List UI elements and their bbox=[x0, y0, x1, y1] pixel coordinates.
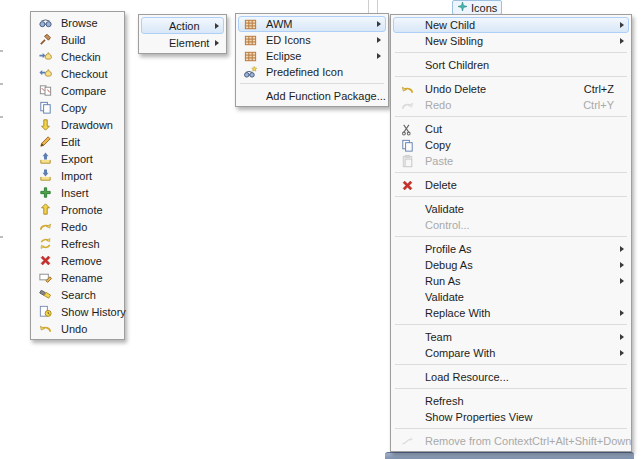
submenu-arrow-icon bbox=[620, 38, 624, 44]
insert-plus-icon bbox=[34, 185, 56, 200]
redo-yellow-icon bbox=[34, 219, 56, 234]
menu-item-run-as[interactable]: Run As bbox=[393, 273, 629, 289]
menu-item-checkin[interactable]: Checkin bbox=[33, 48, 122, 65]
menu-item-add-function-package[interactable]: Add Function Package... bbox=[238, 88, 386, 104]
menu-item-validate[interactable]: Validate bbox=[393, 201, 629, 217]
background-tree-mark bbox=[0, 236, 3, 238]
menu-item-undo-delete[interactable]: Undo DeleteCtrl+Z bbox=[393, 81, 629, 97]
menu-item-build[interactable]: Build bbox=[33, 31, 122, 48]
submenu-arrow-icon bbox=[620, 246, 624, 252]
menu-item-checkout[interactable]: Checkout bbox=[33, 65, 122, 82]
menu-item-shortcut: Ctrl+Alt+Shift+Down bbox=[532, 435, 641, 447]
search-flashlight-icon bbox=[34, 287, 56, 302]
show-history-icon bbox=[34, 304, 56, 319]
menu-item-ed-icons[interactable]: ED Icons bbox=[238, 32, 386, 48]
menu-item-show-history[interactable]: Show History bbox=[33, 303, 122, 320]
menu-separator bbox=[395, 116, 627, 117]
menu-item-label: Debug As bbox=[425, 259, 473, 271]
menu-item-rename[interactable]: Rename bbox=[33, 269, 122, 286]
submenu-arrow-icon bbox=[215, 23, 219, 29]
menu-item-redo[interactable]: RedoCtrl+Y bbox=[393, 97, 629, 113]
menu-item-label: Copy bbox=[425, 139, 451, 151]
remove-x-icon bbox=[34, 253, 56, 268]
menu-item-copy[interactable]: Copy bbox=[33, 99, 122, 116]
menu-item-label: Load Resource... bbox=[425, 371, 509, 383]
menu-item-sort-children[interactable]: Sort Children bbox=[393, 57, 629, 73]
menu-separator bbox=[395, 324, 627, 325]
action-submenu: AWMED IconsEclipsePredefined IconAdd Fun… bbox=[235, 13, 389, 107]
edit-pencil-icon bbox=[34, 134, 56, 149]
menu-item-browse[interactable]: Browse bbox=[33, 14, 122, 31]
menu-item-new-sibling[interactable]: New Sibling bbox=[393, 33, 629, 49]
menu-item-validate[interactable]: Validate bbox=[393, 289, 629, 305]
menu-item-remove[interactable]: Remove bbox=[33, 252, 122, 269]
tree-node-icons[interactable]: Icons bbox=[452, 0, 502, 15]
menu-item-remove-from-context[interactable]: Remove from ContextCtrl+Alt+Shift+Down bbox=[393, 433, 629, 449]
sparkle-icon bbox=[457, 1, 468, 14]
menu-item-control[interactable]: Control... bbox=[393, 217, 629, 233]
binoculars-star-icon bbox=[239, 65, 261, 80]
awm-icons-submenu: BrowseBuildCheckinCheckoutCompareCopyDra… bbox=[30, 11, 125, 340]
submenu-arrow-icon bbox=[377, 37, 381, 43]
cut-scissors-icon bbox=[394, 122, 420, 137]
menu-item-label: Predefined Icon bbox=[266, 66, 343, 78]
menu-item-export[interactable]: Export bbox=[33, 150, 122, 167]
menu-item-promote[interactable]: Promote bbox=[33, 201, 122, 218]
menu-item-awm[interactable]: AWM bbox=[238, 16, 386, 32]
menu-item-compare[interactable]: Compare bbox=[33, 82, 122, 99]
menu-item-search[interactable]: Search bbox=[33, 286, 122, 303]
menu-item-team[interactable]: Team bbox=[393, 329, 629, 345]
menu-item-drawdown[interactable]: Drawdown bbox=[33, 116, 122, 133]
menu-item-label: New Child bbox=[425, 19, 475, 31]
menu-item-edit[interactable]: Edit bbox=[33, 133, 122, 150]
menu-item-replace-with[interactable]: Replace With bbox=[393, 305, 629, 321]
menu-item-label: Sort Children bbox=[425, 59, 489, 71]
menu-item-label: Checkout bbox=[61, 68, 107, 80]
delete-x-icon bbox=[394, 178, 420, 193]
submenu-arrow-icon bbox=[620, 350, 624, 356]
menu-item-label: Element bbox=[169, 37, 209, 49]
submenu-arrow-icon bbox=[377, 53, 381, 59]
menu-item-element[interactable]: Element bbox=[141, 34, 224, 51]
menu-item-shortcut: Ctrl+Y bbox=[583, 99, 628, 111]
menu-item-load-resource[interactable]: Load Resource... bbox=[393, 369, 629, 385]
menu-item-show-properties-view[interactable]: Show Properties View bbox=[393, 409, 629, 425]
menu-item-new-child[interactable]: New Child bbox=[393, 17, 629, 33]
menu-item-label: Checkin bbox=[61, 51, 101, 63]
menu-item-insert[interactable]: Insert bbox=[33, 184, 122, 201]
remove-from-context-icon bbox=[394, 434, 420, 449]
menu-separator bbox=[395, 52, 627, 53]
menu-item-eclipse[interactable]: Eclipse bbox=[238, 48, 386, 64]
menu-item-predefined-icon[interactable]: Predefined Icon bbox=[238, 64, 386, 80]
menu-item-label: Edit bbox=[61, 136, 80, 148]
menu-item-label: Replace With bbox=[425, 307, 490, 319]
menu-item-label: Browse bbox=[61, 17, 98, 29]
grid-table-icon bbox=[239, 49, 261, 64]
menu-separator bbox=[395, 236, 627, 237]
menu-item-refresh[interactable]: Refresh bbox=[393, 393, 629, 409]
menu-item-action[interactable]: Action bbox=[141, 17, 224, 34]
menu-item-label: Rename bbox=[61, 272, 103, 284]
menu-item-compare-with[interactable]: Compare With bbox=[393, 345, 629, 361]
menu-item-undo[interactable]: Undo bbox=[33, 320, 122, 337]
menu-item-profile-as[interactable]: Profile As bbox=[393, 241, 629, 257]
menu-item-label: Refresh bbox=[425, 395, 464, 407]
menu-item-label: Copy bbox=[61, 102, 87, 114]
menu-item-debug-as[interactable]: Debug As bbox=[393, 257, 629, 273]
menu-item-paste[interactable]: Paste bbox=[393, 153, 629, 169]
submenu-arrow-icon bbox=[620, 262, 624, 268]
menu-item-delete[interactable]: Delete bbox=[393, 177, 629, 193]
menu-separator bbox=[395, 76, 627, 77]
menu-item-label: Action bbox=[169, 20, 200, 32]
copy-docs-icon bbox=[394, 138, 420, 153]
background-view-header-bar bbox=[385, 452, 634, 459]
menu-item-label: Undo bbox=[61, 323, 87, 335]
drawdown-icon bbox=[34, 117, 56, 132]
menu-item-copy[interactable]: Copy bbox=[393, 137, 629, 153]
menu-separator bbox=[395, 196, 627, 197]
menu-item-import[interactable]: Import bbox=[33, 167, 122, 184]
menu-item-label: Validate bbox=[425, 291, 464, 303]
menu-item-redo[interactable]: Redo bbox=[33, 218, 122, 235]
menu-item-refresh[interactable]: Refresh bbox=[33, 235, 122, 252]
menu-item-cut[interactable]: Cut bbox=[393, 121, 629, 137]
